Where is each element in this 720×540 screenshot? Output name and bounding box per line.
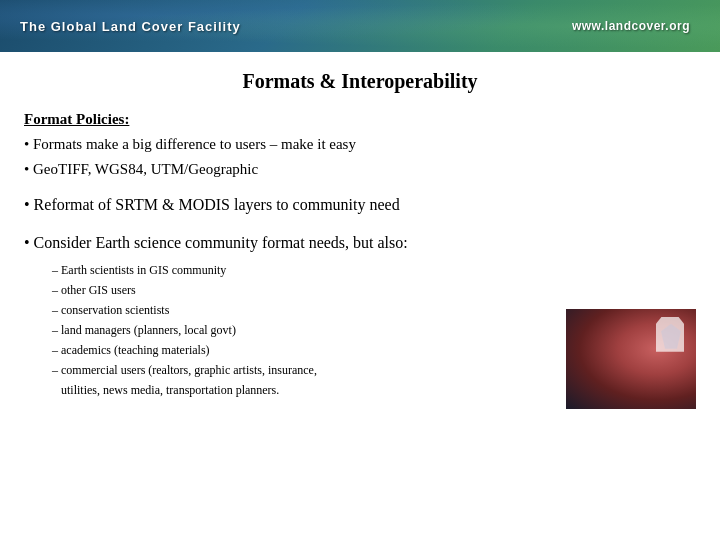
page-title: Formats & Interoperability <box>24 70 696 93</box>
bullet-geotiff: • GeoTIFF, WGS84, UTM/Geographic <box>24 159 696 180</box>
sub-item-earth-scientists: – Earth scientists in GIS community <box>52 261 696 279</box>
thumbnail-visual <box>566 309 696 409</box>
thumbnail-image <box>566 309 696 409</box>
format-policies-heading: Format Policies: <box>24 111 696 128</box>
header-url: www.landcover.org <box>572 19 690 33</box>
bullet-formats-difference: • Formats make a big difference to users… <box>24 134 696 155</box>
header-banner: The Global Land Cover Facility www.landc… <box>0 0 720 52</box>
header-title: The Global Land Cover Facility <box>20 19 241 34</box>
sub-item-other-gis: – other GIS users <box>52 281 696 299</box>
bullet-reformat: • Reformat of SRTM & MODIS layers to com… <box>24 194 696 216</box>
bullet-consider: • Consider Earth science community forma… <box>24 232 696 254</box>
main-content: Formats & Interoperability Format Polici… <box>0 52 720 419</box>
